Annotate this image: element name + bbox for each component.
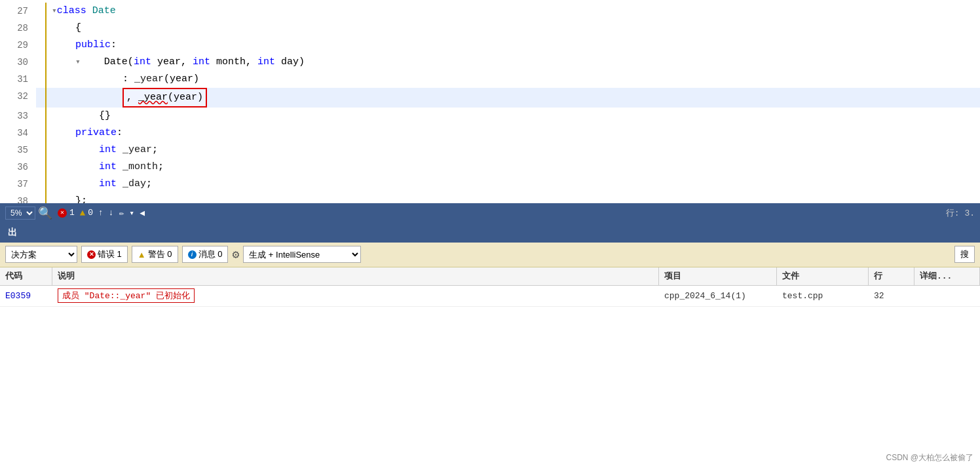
code-editor: 27 ▾class Date 28 { 29 public: 30 ▾ Date…	[0, 0, 980, 203]
nav-down[interactable]: ↓	[109, 208, 114, 218]
filter-icon[interactable]: ⚙	[232, 247, 239, 262]
zoom-control: 5% 🔍	[5, 206, 52, 220]
code-line-29: 29 public:	[0, 37, 980, 54]
code-content-33: {}	[47, 108, 980, 125]
code-content-35: int _year;	[47, 142, 980, 159]
line-number-30: 30	[0, 54, 36, 71]
keyword-public: public	[75, 39, 111, 50]
error-status: ✕ 1	[58, 208, 75, 218]
line-number-28: 28	[0, 20, 36, 37]
brace-open: {	[75, 22, 81, 33]
header-desc: 说明	[52, 267, 659, 285]
code-content-34: private:	[47, 125, 980, 142]
error-file: test.cpp	[777, 286, 869, 306]
code-line-32: 32 , _year(year)	[0, 88, 980, 108]
line-gutter-30	[36, 54, 47, 71]
code-line-33: 33 {}	[0, 108, 980, 125]
line-gutter-29	[36, 37, 47, 54]
warning-icon: ▲	[80, 208, 85, 218]
code-content-30: ▾ Date(int year, int month, int day)	[47, 54, 980, 71]
watermark: CSDN @大柏怎么被偷了	[886, 452, 973, 463]
warning-status: ▲ 0	[80, 208, 93, 218]
error-desc-box: 成员 "Date::_year" 已初始化	[58, 288, 195, 303]
code-line-38: 38 };	[0, 193, 980, 203]
line-number-37: 37	[0, 176, 36, 193]
header-project: 项目	[659, 267, 777, 285]
code-content-29: public:	[47, 37, 980, 54]
class-name: Date	[92, 5, 116, 16]
error-table-header: 代码 说明 项目 文件 行 详细...	[0, 267, 980, 286]
error-detail	[914, 286, 980, 306]
nav-left[interactable]: ◀	[140, 208, 145, 218]
line-number-35: 35	[0, 142, 36, 159]
message-button[interactable]: i 消息 0	[182, 246, 229, 263]
code-line-28: 28 {	[0, 20, 980, 37]
error-code: E0359	[0, 286, 52, 306]
error-button[interactable]: ✕ 错误 1	[81, 246, 128, 263]
toolbar: 决方案 ✕ 错误 1 ▲ 警告 0 i 消息 0 ⚙ 生成 + IntelliS…	[0, 243, 980, 267]
error-icon: ✕	[58, 208, 67, 218]
output-panel-header: 出	[0, 223, 980, 243]
warning-button[interactable]: ▲ 警告 0	[132, 246, 178, 263]
keyword-int-3: int	[257, 56, 275, 68]
nav-up[interactable]: ↑	[98, 208, 104, 218]
line-gutter-27	[36, 3, 47, 20]
code-line-35: 35 int _year;	[0, 142, 980, 159]
code-line-34: 34 private:	[0, 125, 980, 142]
code-line-27: 27 ▾class Date	[0, 3, 980, 20]
line-number-38: 38	[0, 193, 36, 203]
line-gutter-32	[36, 88, 47, 108]
line-gutter-35	[36, 142, 47, 159]
keyword-int-1: int	[134, 56, 151, 68]
error-count: 1	[69, 208, 75, 218]
warning-btn-label: 警告 0	[148, 248, 172, 260]
colon: :	[111, 39, 117, 50]
output-title: 出	[8, 227, 17, 239]
line-gutter-31	[36, 71, 47, 88]
fix-icon[interactable]: ✏️ ▾	[119, 208, 134, 218]
code-line-36: 36 int _month;	[0, 159, 980, 176]
code-content-28: {	[47, 20, 980, 37]
code-content-27: ▾class Date	[47, 3, 980, 20]
collapse-arrow[interactable]: ▾	[52, 6, 57, 16]
warning-btn-icon: ▲	[138, 250, 146, 260]
code-line-37: 37 int _day;	[0, 176, 980, 193]
keyword-int-37: int	[99, 178, 117, 189]
line-gutter-34	[36, 125, 47, 142]
code-content-32: , _year(year)	[47, 88, 980, 108]
zoom-selector[interactable]: 5%	[5, 206, 35, 220]
error-btn-icon: ✕	[87, 250, 96, 259]
error-highlight-box: , _year(year)	[122, 88, 207, 108]
code-line-30: 30 ▾ Date(int year, int month, int day)	[0, 54, 980, 71]
header-detail: 详细...	[914, 267, 980, 285]
code-content-38: };	[47, 193, 980, 203]
error-row-0[interactable]: E0359 成员 "Date::_year" 已初始化 cpp_2024_6_1…	[0, 286, 980, 307]
line-number-27: 27	[0, 3, 36, 20]
error-code-link[interactable]: E0359	[5, 291, 31, 301]
collapse-arrow-30[interactable]: ▾	[75, 57, 81, 67]
error-btn-label: 错误 1	[98, 248, 122, 260]
code-line-31: 31 : _year(year)	[0, 71, 980, 88]
line-number-32: 32	[0, 88, 36, 108]
keyword-int-2: int	[193, 56, 210, 68]
keyword-int-35: int	[99, 144, 117, 155]
line-gutter-36	[36, 159, 47, 176]
line-gutter-37	[36, 176, 47, 193]
search-button[interactable]: 搜	[954, 246, 975, 263]
line-number-34: 34	[0, 125, 36, 142]
keyword-int-36: int	[99, 161, 117, 172]
zoom-icon[interactable]: 🔍	[38, 206, 52, 220]
error-project: cpp_2024_6_14(1)	[659, 286, 777, 306]
line-gutter-38	[36, 193, 47, 203]
error-line: 32	[869, 286, 914, 306]
line-number-29: 29	[0, 37, 36, 54]
line-number-36: 36	[0, 159, 36, 176]
info-btn-icon: i	[188, 250, 197, 259]
keyword-private: private	[75, 127, 117, 138]
code-content-37: int _day;	[47, 176, 980, 193]
code-content-31: : _year(year)	[47, 71, 980, 88]
error-description: 成员 "Date::_year" 已初始化	[52, 286, 659, 306]
solution-selector[interactable]: 决方案	[5, 246, 77, 263]
build-selector[interactable]: 生成 + IntelliSense	[243, 246, 361, 263]
line-number-33: 33	[0, 108, 36, 125]
